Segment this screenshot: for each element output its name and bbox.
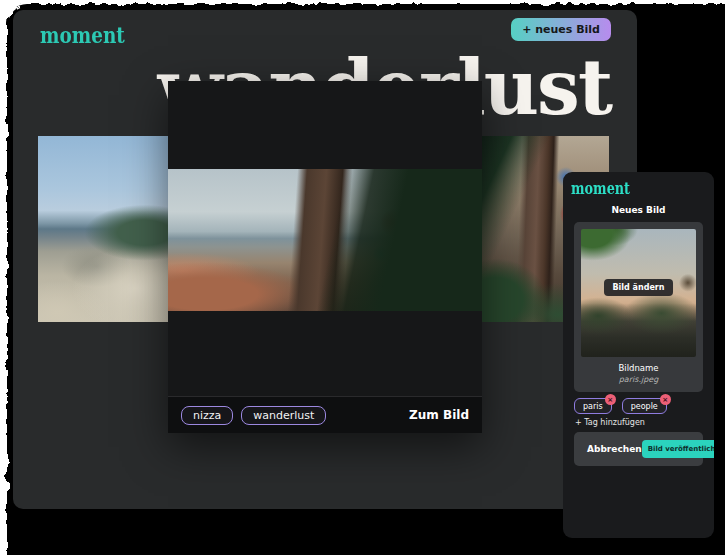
remove-tag-icon[interactable]: ×: [660, 394, 671, 405]
brand-logo-text: moment: [40, 21, 125, 48]
new-image-button[interactable]: + neues Bild: [511, 18, 611, 41]
phone-action-bar: Abbrechen Bild veröffentlichen: [574, 432, 703, 466]
desktop-app-window: moment + neues Bild wanderlust nizza wan…: [13, 10, 637, 509]
phone-tag-row: paris × people ×: [574, 398, 667, 414]
tag-chip-label: paris: [583, 402, 603, 411]
new-image-card: Bild ändern Bildname paris.jpeg: [574, 222, 703, 392]
brand-logo: moment: [40, 21, 146, 48]
publish-image-button[interactable]: Bild veröffentlichen: [642, 440, 714, 458]
add-tag-link[interactable]: + Tag hinzufügen: [575, 418, 645, 427]
tag-chip[interactable]: people ×: [622, 398, 667, 414]
image-detail-modal: nizza wanderlust Zum Bild: [168, 81, 482, 433]
cancel-button[interactable]: Abbrechen: [587, 444, 642, 454]
phone-brand-logo: moment: [571, 179, 645, 198]
gallery-photo-coastline[interactable]: [38, 136, 168, 322]
tag-chip[interactable]: nizza: [181, 406, 233, 425]
screenshot-canvas: moment + neues Bild wanderlust nizza wan…: [0, 0, 725, 555]
go-to-image-link[interactable]: Zum Bild: [409, 408, 469, 422]
tag-chip-label: people: [631, 402, 658, 411]
tag-chip[interactable]: paris ×: [574, 398, 612, 414]
remove-tag-icon[interactable]: ×: [605, 394, 616, 405]
phone-brand-logo-text: moment: [571, 179, 630, 198]
phone-screen-title: Neues Bild: [563, 205, 714, 215]
change-image-button[interactable]: Bild ändern: [604, 279, 674, 296]
modal-photo: [168, 169, 482, 311]
image-name-label: Bildname: [574, 363, 703, 373]
modal-footer-bar: nizza wanderlust Zum Bild: [168, 396, 482, 433]
image-filename: paris.jpeg: [574, 375, 703, 384]
tag-chip[interactable]: wanderlust: [241, 406, 326, 425]
phone-app-window: moment Neues Bild Bild ändern Bildname p…: [563, 172, 714, 538]
